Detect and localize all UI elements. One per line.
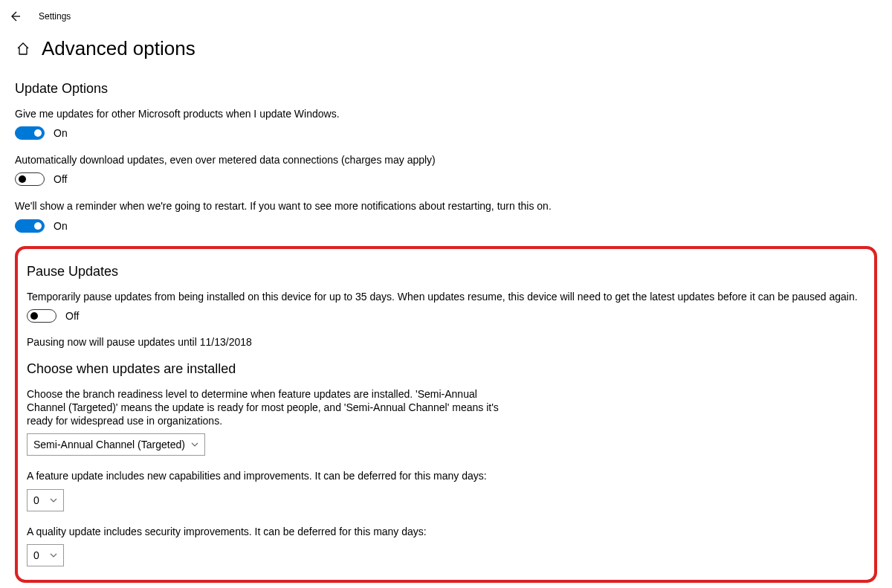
arrow-left-icon <box>9 10 21 22</box>
pause-toggle[interactable] <box>27 309 56 323</box>
channel-dropdown[interactable]: Semi-Annual Channel (Targeted) <box>27 433 205 456</box>
back-button[interactable] <box>6 7 24 25</box>
opt3-state: On <box>54 220 68 232</box>
opt3-desc: We'll show a reminder when we're going t… <box>15 199 877 213</box>
pause-updates-desc: Temporarily pause updates from being ins… <box>27 290 865 303</box>
page-title: Advanced options <box>42 37 195 60</box>
feature-days-value: 0 <box>33 494 39 506</box>
update-options-heading: Update Options <box>15 81 877 97</box>
opt1-state: On <box>54 127 68 139</box>
choose-when-desc: Choose the branch readiness level to det… <box>27 387 502 428</box>
pause-note: Pausing now will pause updates until 11/… <box>27 336 865 348</box>
opt3-toggle[interactable] <box>15 219 45 233</box>
pause-updates-heading: Pause Updates <box>27 264 865 280</box>
choose-when-heading: Choose when updates are installed <box>27 361 865 377</box>
opt1-toggle[interactable] <box>15 126 45 140</box>
quality-days-dropdown[interactable]: 0 <box>27 544 64 566</box>
chevron-down-icon <box>50 497 57 504</box>
pause-state: Off <box>65 310 79 322</box>
opt1-desc: Give me updates for other Microsoft prod… <box>15 107 877 120</box>
opt2-state: Off <box>54 173 67 185</box>
opt2-desc: Automatically download updates, even ove… <box>15 153 877 167</box>
highlighted-region: Pause Updates Temporarily pause updates … <box>15 246 877 583</box>
feature-days-dropdown[interactable]: 0 <box>27 489 64 511</box>
home-icon[interactable] <box>15 41 31 57</box>
opt2-toggle[interactable] <box>15 172 45 186</box>
quality-defer-desc: A quality update includes security impro… <box>27 525 865 538</box>
channel-value: Semi-Annual Channel (Targeted) <box>33 439 185 450</box>
feature-defer-desc: A feature update includes new capabiliti… <box>27 469 865 482</box>
chevron-down-icon <box>50 552 57 559</box>
quality-days-value: 0 <box>33 549 39 561</box>
chevron-down-icon <box>191 441 198 448</box>
app-title: Settings <box>39 11 71 22</box>
